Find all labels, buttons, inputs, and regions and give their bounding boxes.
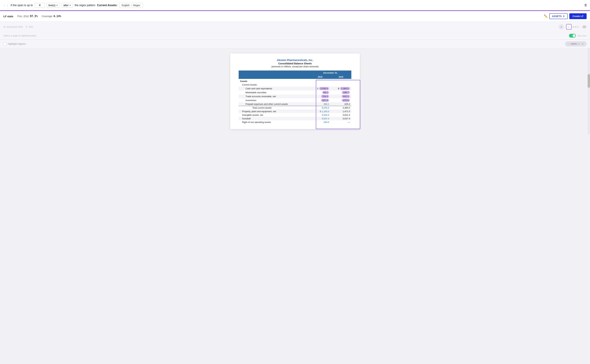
table-row: Cash and cash equivalents $2,035.0 $1,36… xyxy=(239,87,351,91)
row-2019-value: 204.0 xyxy=(310,120,331,124)
row-2019-value[interactable]: 327.4 xyxy=(310,98,331,102)
row-2019 xyxy=(310,83,331,87)
prev-page-button[interactable]: ‹ xyxy=(566,24,571,30)
highlight-pill: 2,035.0 xyxy=(319,87,329,90)
row-label: Inventories xyxy=(239,98,310,102)
lf-stats-label: LF stats xyxy=(3,15,13,18)
chevron-down-icon: ▼ xyxy=(69,4,71,6)
expand-icon: › xyxy=(27,43,28,45)
row-2019-value[interactable]: $2,035.0 xyxy=(310,87,331,91)
table-header-row: December 31, xyxy=(239,71,351,75)
row-2018 xyxy=(331,83,351,87)
company-title: Alexion Pharmaceuticals, Inc. xyxy=(239,58,351,61)
sort-icon: ⇅ xyxy=(26,26,28,28)
zoom-out-button[interactable]: − xyxy=(568,42,569,46)
table-row: Assets xyxy=(239,79,351,83)
row-label: Property, plant and equipment, net xyxy=(239,110,310,113)
table-row: Inventories 327.4 472.5 xyxy=(239,98,351,102)
pagination: ‹ 3 of 3 › xyxy=(566,24,580,30)
span-row-right: Rich Doc xyxy=(569,34,587,38)
trash-icon: 🗑 xyxy=(584,3,587,7)
row-2018-value: 1,471.5 xyxy=(331,110,351,113)
row-2019-value: 5,076.4 xyxy=(310,106,331,110)
row-label: Intangible assets, net xyxy=(239,113,310,117)
main-content: ⊞ Document view ⇅ Sort ● ‹ 3 of 3 › 26 S… xyxy=(0,22,590,134)
after-dropdown[interactable]: after ▼ xyxy=(61,3,73,8)
span-value-input[interactable] xyxy=(35,3,45,8)
col-date-header: December 31, xyxy=(310,71,351,75)
stats-bar-actions: ✏️ ASSETS ▼ Create LF xyxy=(544,13,587,19)
precision-stat: Prec. (Est): 97.5% xyxy=(17,15,38,18)
row-2018-value: — xyxy=(331,120,351,124)
col-empty xyxy=(239,75,310,79)
row-label: Marketable securities xyxy=(239,91,310,94)
class-dropdown-button[interactable]: ASSETS ▼ xyxy=(549,13,568,19)
row-2019 xyxy=(310,79,331,83)
table-subheader-row: 2019 2018 xyxy=(239,75,351,79)
highlight-pill: 64.1 xyxy=(322,91,329,94)
span-select-row: Select a span to label/annotate Rich Doc xyxy=(0,32,590,39)
page-count-pill: 26 xyxy=(582,25,587,28)
row-label: Total current assets xyxy=(239,106,310,110)
table-row: Intangible assets, net 3,344.3 3,641.3 xyxy=(239,113,351,117)
delete-rule-button[interactable]: 🗑 xyxy=(584,3,587,7)
english-to-regex-button[interactable]: English → Regex xyxy=(119,3,143,8)
document-view-icon: ⊞ xyxy=(3,26,6,28)
row-2019-value[interactable]: 64.1 xyxy=(310,91,331,94)
row-2019-value: 5,037.4 xyxy=(310,117,331,120)
col-2018-header: 2018 xyxy=(331,75,351,79)
next-page-button[interactable]: › xyxy=(579,25,580,28)
zoom-control: − 100% + ⟳ xyxy=(565,41,587,46)
highlight-pill: 198.7 xyxy=(342,91,350,94)
row-label: Trade accounts receivable, net xyxy=(239,94,310,98)
scrollbar-thumb[interactable] xyxy=(588,74,590,88)
highlight-checkbox[interactable] xyxy=(3,42,6,46)
circle-action-button[interactable]: ● xyxy=(559,24,564,30)
row-label: Right of use operating assets xyxy=(239,120,310,124)
document-view-button[interactable]: ⊞ Document view xyxy=(3,26,23,28)
rule-bar: ⋮⋮ If the span is up to line(s) ▼ after … xyxy=(0,0,590,11)
table-row: Property, plant and equipment, net $1,16… xyxy=(239,110,351,113)
row-2018-value: 922.3 xyxy=(331,94,351,98)
sort-button[interactable]: ⇅ Sort xyxy=(26,26,33,28)
highlight-row: Highlight regions › − 100% + ⟳ xyxy=(0,40,590,48)
lines-dropdown[interactable]: line(s) ▼ xyxy=(47,3,60,8)
pencil-icon: ✏️ xyxy=(544,14,548,18)
row-2018-value: 3,385.0 xyxy=(331,106,351,110)
table-row: Current Assets: xyxy=(239,83,351,87)
rich-doc-toggle[interactable] xyxy=(569,34,576,38)
row-2018-value: 198.7 xyxy=(331,91,351,94)
chevron-down-icon: ▼ xyxy=(563,15,565,18)
row-2018-value: 3,641.3 xyxy=(331,113,351,117)
document-paper: Alexion Pharmaceuticals, Inc. Consolidat… xyxy=(230,53,360,129)
zoom-in-button[interactable]: + xyxy=(578,42,580,46)
create-lf-button[interactable]: Create LF xyxy=(569,13,587,19)
highlight-pill: 1,365.5 xyxy=(340,87,350,90)
pattern-name: Current Assets: xyxy=(97,4,117,7)
row-2018-value: 426.4 xyxy=(331,102,351,106)
table-row: Right of use operating assets 204.0 — xyxy=(239,120,351,124)
fit-icon[interactable]: ⟳ xyxy=(582,43,584,45)
toolbar-row: ⊞ Document view ⇅ Sort ● ‹ 3 of 3 › 26 xyxy=(0,22,590,32)
highlight-pill: 724.3 xyxy=(321,95,329,98)
row-label: Assets xyxy=(239,79,310,83)
table-row: Prepaid expenses and other current asset… xyxy=(239,102,351,106)
drag-handle-icon[interactable]: ⋮⋮ xyxy=(3,3,9,7)
scrollbar-track[interactable] xyxy=(588,48,590,134)
row-2019-value: $1,163.3 xyxy=(310,110,331,113)
col-label-header xyxy=(239,71,310,75)
chevron-down-icon: ▼ xyxy=(56,4,58,6)
table-row: Goodwill 5,037.4 5,037.4 xyxy=(239,117,351,120)
table-row: Total current assets 5,076.4 3,385.0 xyxy=(239,106,351,110)
row-2018-value: 472.5 xyxy=(331,98,351,102)
row-2019-value[interactable]: 724.3 xyxy=(310,94,331,98)
row-2019-value: 456.1 xyxy=(310,102,331,106)
coverage-stat: Coverage: 4.14% xyxy=(42,15,61,18)
row-2018-value: 5,037.4 xyxy=(331,117,351,120)
highlight-regions-label: Highlight regions xyxy=(8,43,26,45)
row-2018 xyxy=(331,79,351,83)
doc-title: Consolidated Balance Sheets xyxy=(239,62,351,65)
edit-icon-button[interactable]: ✏️ xyxy=(544,14,548,18)
rule-prefix-text: If the span is up to xyxy=(11,4,33,7)
zoom-value: 100% xyxy=(571,43,577,45)
